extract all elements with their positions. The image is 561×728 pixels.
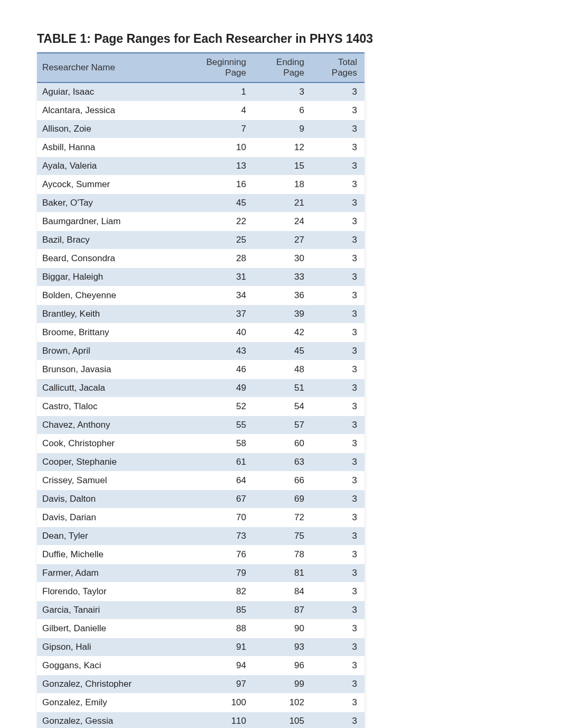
cell-begin: 97 [185,675,254,694]
cell-end: 84 [254,583,312,601]
cell-end: 72 [254,509,312,527]
cell-name: Brown, April [37,342,185,361]
cell-name: Bazil, Bracy [37,231,185,250]
cell-end: 99 [254,675,312,694]
cell-total: 3 [312,490,364,509]
cell-total: 3 [312,157,364,176]
table-row: Bolden, Cheyenne34363 [37,287,364,305]
cell-total: 3 [312,620,364,638]
cell-begin: 110 [185,712,254,729]
cell-name: Brantley, Keith [37,305,185,324]
cell-begin: 67 [185,490,254,509]
cell-total: 3 [312,638,364,657]
cell-name: Gonzalez, Gessia [37,712,185,729]
cell-total: 3 [312,213,364,231]
table-row: Florendo, Taylor82843 [37,583,364,601]
cell-begin: 82 [185,583,254,601]
cell-end: 60 [254,435,312,453]
cell-total: 3 [312,416,364,435]
cell-begin: 45 [185,194,254,213]
cell-total: 3 [312,268,364,287]
table-row: Alcantara, Jessica463 [37,102,364,120]
cell-begin: 22 [185,213,254,231]
cell-total: 3 [312,176,364,194]
table-row: Goggans, Kaci94963 [37,657,364,675]
cell-name: Florendo, Taylor [37,583,185,601]
cell-end: 93 [254,638,312,657]
cell-end: 75 [254,527,312,546]
table-row: Crissey, Samuel64663 [37,472,364,490]
cell-end: 63 [254,453,312,472]
cell-begin: 91 [185,638,254,657]
cell-begin: 55 [185,416,254,435]
table-row: Chavez, Anthony55573 [37,416,364,435]
cell-name: Gonzalez, Emily [37,694,185,712]
col-header-begin: Beginning Page [185,53,254,82]
cell-end: 78 [254,546,312,564]
cell-name: Biggar, Haleigh [37,268,185,287]
cell-name: Goggans, Kaci [37,657,185,675]
cell-end: 18 [254,176,312,194]
table-row: Brunson, Javasia46483 [37,361,364,379]
cell-begin: 4 [185,102,254,120]
cell-name: Baumgardner, Liam [37,213,185,231]
table-row: Castro, Tlaloc52543 [37,398,364,416]
cell-begin: 79 [185,564,254,583]
cell-end: 39 [254,305,312,324]
col-header-total: Total Pages [312,53,364,82]
cell-end: 12 [254,139,312,157]
cell-begin: 16 [185,176,254,194]
cell-begin: 85 [185,601,254,620]
cell-begin: 58 [185,435,254,453]
cell-end: 96 [254,657,312,675]
cell-begin: 94 [185,657,254,675]
cell-end: 51 [254,379,312,398]
cell-begin: 28 [185,250,254,268]
cell-total: 3 [312,527,364,546]
cell-name: Garcia, Tanairi [37,601,185,620]
cell-total: 3 [312,287,364,305]
table-header-row: Researcher Name Beginning Page Ending Pa… [37,53,364,82]
cell-name: Davis, Dalton [37,490,185,509]
cell-end: 30 [254,250,312,268]
cell-begin: 40 [185,324,254,342]
cell-end: 57 [254,416,312,435]
table-row: Biggar, Haleigh31333 [37,268,364,287]
cell-begin: 73 [185,527,254,546]
cell-end: 3 [254,82,312,102]
cell-name: Beard, Consondra [37,250,185,268]
cell-name: Farmer, Adam [37,564,185,583]
cell-name: Bolden, Cheyenne [37,287,185,305]
cell-end: 105 [254,712,312,729]
cell-begin: 10 [185,139,254,157]
table-row: Dean, Tyler73753 [37,527,364,546]
table-row: Davis, Dalton67693 [37,490,364,509]
table-row: Cook, Christopher58603 [37,435,364,453]
cell-end: 21 [254,194,312,213]
cell-end: 24 [254,213,312,231]
cell-name: Chavez, Anthony [37,416,185,435]
cell-begin: 1 [185,82,254,102]
cell-name: Davis, Darian [37,509,185,527]
cell-begin: 76 [185,546,254,564]
cell-total: 3 [312,342,364,361]
cell-end: 15 [254,157,312,176]
cell-name: Castro, Tlaloc [37,398,185,416]
cell-begin: 61 [185,453,254,472]
cell-total: 3 [312,453,364,472]
cell-total: 3 [312,324,364,342]
cell-begin: 70 [185,509,254,527]
cell-end: 102 [254,694,312,712]
cell-total: 3 [312,231,364,250]
cell-total: 3 [312,120,364,139]
cell-name: Gilbert, Danielle [37,620,185,638]
page-title: TABLE 1: Page Ranges for Each Researcher… [37,32,524,46]
table-row: Aguiar, Isaac133 [37,82,364,102]
cell-name: Ayala, Valeria [37,157,185,176]
cell-total: 3 [312,472,364,490]
col-header-end: Ending Page [254,53,312,82]
cell-begin: 13 [185,157,254,176]
table-row: Broome, Brittany40423 [37,324,364,342]
cell-total: 3 [312,82,364,102]
table-row: Ayala, Valeria13153 [37,157,364,176]
